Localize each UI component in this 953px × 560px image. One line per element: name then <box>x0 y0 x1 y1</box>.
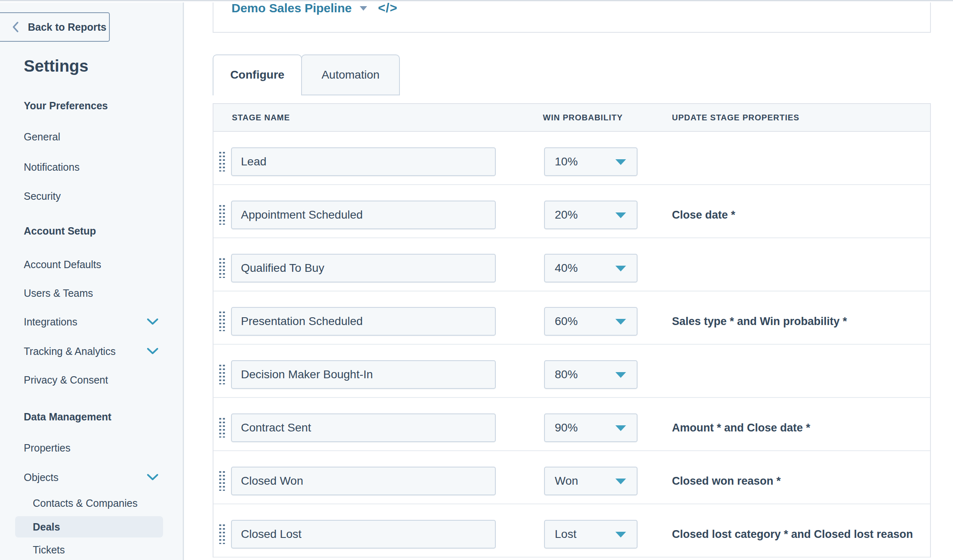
pipeline-header-card: Demo Sales Pipeline </> <box>213 2 931 33</box>
sidebar-item-label: Tracking & Analytics <box>24 345 116 357</box>
pipeline-name: Demo Sales Pipeline <box>231 1 352 15</box>
sidebar-item-tracking-analytics[interactable]: Tracking & Analytics <box>24 343 164 359</box>
win-probability-select[interactable]: 60% <box>544 307 638 336</box>
settings-title: Settings <box>24 57 88 75</box>
column-header-stage-name: STAGE NAME <box>232 104 290 131</box>
drag-handle-icon[interactable] <box>219 365 225 384</box>
chevron-down-icon <box>615 425 626 431</box>
stage-name-input[interactable] <box>231 413 496 442</box>
chevron-down-icon <box>615 319 626 325</box>
drag-handle-icon[interactable] <box>219 152 225 172</box>
sidebar-item-account-defaults[interactable]: Account Defaults <box>24 256 164 273</box>
sidebar-item-integrations[interactable]: Integrations <box>24 314 164 330</box>
sidebar-subitem-deals-selected[interactable]: Deals <box>15 516 163 537</box>
pipeline-stages-table: STAGE NAME WIN PROBABILITY UPDATE STAGE … <box>213 103 931 558</box>
top-nav-edge <box>0 0 953 1</box>
chevron-down-icon <box>615 532 626 537</box>
update-properties-text: Closed won reason * <box>672 467 781 495</box>
column-header-update-properties: UPDATE STAGE PROPERTIES <box>672 104 799 131</box>
chevron-down-icon <box>615 479 626 484</box>
chevron-down-icon <box>147 348 158 355</box>
win-probability-select[interactable]: Lost <box>544 520 638 549</box>
stage-name-input[interactable] <box>231 520 496 549</box>
chevron-down-icon <box>360 6 367 11</box>
drag-handle-icon[interactable] <box>219 258 225 278</box>
stage-name-input[interactable] <box>231 467 496 495</box>
update-properties-text: Amount * and Close date * <box>672 413 810 442</box>
win-probability-select[interactable]: 10% <box>544 147 638 176</box>
chevron-down-icon <box>615 159 626 165</box>
stage-name-input[interactable] <box>231 147 496 176</box>
sidebar-item-objects[interactable]: Objects <box>24 469 164 485</box>
sidebar-subitem-contacts-companies[interactable]: Contacts & Companies <box>33 495 164 511</box>
pipeline-select[interactable]: Demo Sales Pipeline </> <box>231 0 397 17</box>
settings-sidebar: Back to Reports Settings Your Preference… <box>0 2 184 560</box>
win-probability-select[interactable]: 20% <box>544 201 638 229</box>
win-probability-value: Lost <box>555 528 576 540</box>
win-probability-value: 80% <box>555 368 578 381</box>
sidebar-item-privacy-consent[interactable]: Privacy & Consent <box>24 372 164 388</box>
sidebar-item-notifications[interactable]: Notifications <box>24 159 164 175</box>
update-properties-text: Closed lost category * and Closed lost r… <box>672 520 913 549</box>
tab-configure[interactable]: Configure <box>213 54 302 95</box>
drag-handle-icon[interactable] <box>219 418 225 438</box>
column-header-win-probability: WIN PROBABILITY <box>543 104 623 131</box>
win-probability-value: 90% <box>555 421 578 434</box>
update-properties-text: Close date * <box>672 201 735 229</box>
stage-name-input[interactable] <box>231 360 496 389</box>
chevron-down-icon <box>147 474 158 481</box>
pipeline-code-icon[interactable]: </> <box>378 1 397 16</box>
stage-row-closed-lost: Lost Closed lost category * and Closed l… <box>213 504 930 558</box>
drag-handle-icon[interactable] <box>219 205 225 225</box>
chevron-down-icon <box>615 212 626 218</box>
sidebar-item-label: Objects <box>24 472 59 483</box>
sidebar-subitem-tickets[interactable]: Tickets <box>33 542 164 558</box>
win-probability-value: 60% <box>555 315 578 327</box>
sidebar-item-label: Integrations <box>24 316 77 327</box>
drag-handle-icon[interactable] <box>219 471 225 491</box>
sidebar-item-general[interactable]: General <box>24 129 164 145</box>
win-probability-value: 40% <box>555 262 578 274</box>
stage-row-closed-won: Won Closed won reason * <box>213 451 930 504</box>
back-to-reports-label: Back to Reports <box>28 21 107 33</box>
drag-handle-icon[interactable] <box>219 312 225 331</box>
sidebar-header-data-management: Data Management <box>24 409 164 425</box>
win-probability-select[interactable]: 80% <box>544 360 638 389</box>
sidebar-header-your-preferences: Your Preferences <box>24 97 164 114</box>
win-probability-select[interactable]: 90% <box>544 413 638 442</box>
back-to-reports-button[interactable]: Back to Reports <box>0 12 110 42</box>
stage-name-input[interactable] <box>231 201 496 229</box>
stage-row-contract-sent: 90% Amount * and Close date * <box>213 398 930 451</box>
win-probability-select[interactable]: 40% <box>544 254 638 282</box>
stage-name-input[interactable] <box>231 307 496 336</box>
stage-row-qualified-to-buy: 40% <box>213 238 930 291</box>
table-header-row: STAGE NAME WIN PROBABILITY UPDATE STAGE … <box>213 104 930 132</box>
stage-row-decision-maker-bought-in: 80% <box>213 345 930 398</box>
chevron-down-icon <box>615 266 626 271</box>
win-probability-value: 20% <box>555 208 578 221</box>
win-probability-value: Won <box>555 474 578 487</box>
sidebar-item-users-teams[interactable]: Users & Teams <box>24 285 164 301</box>
sidebar-item-properties[interactable]: Properties <box>24 440 164 456</box>
chevron-down-icon <box>147 318 158 325</box>
sidebar-item-security[interactable]: Security <box>24 188 164 204</box>
update-properties-text: Sales type * and Win probability * <box>672 307 847 336</box>
stage-name-input[interactable] <box>231 254 496 282</box>
chevron-down-icon <box>615 372 626 378</box>
stage-row-lead: 10% <box>213 132 930 185</box>
stage-row-presentation-scheduled: 60% Sales type * and Win probability * <box>213 291 930 345</box>
drag-handle-icon[interactable] <box>219 524 225 544</box>
stage-row-appointment-scheduled: 20% Close date * <box>213 185 930 238</box>
chevron-left-icon <box>12 21 19 33</box>
sidebar-header-account-setup: Account Setup <box>24 223 164 239</box>
win-probability-select[interactable]: Won <box>544 467 638 495</box>
tab-automation[interactable]: Automation <box>301 54 400 95</box>
win-probability-value: 10% <box>555 155 578 168</box>
